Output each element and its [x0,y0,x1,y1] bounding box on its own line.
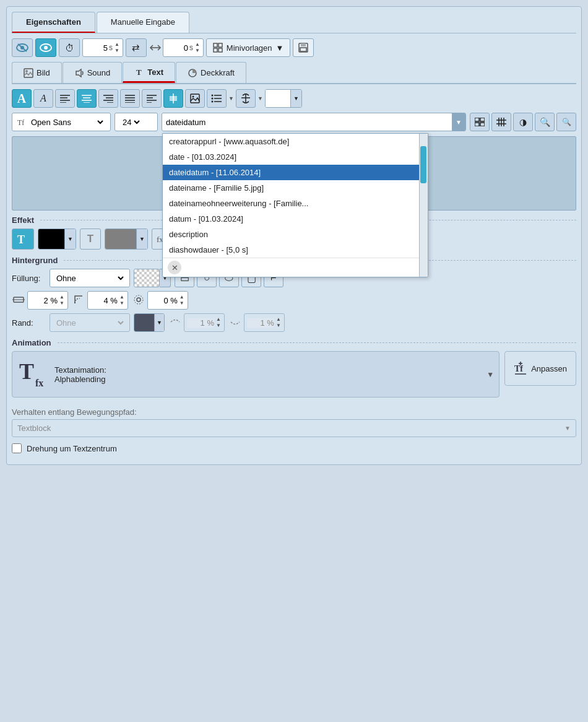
dd-item-creatorappurl[interactable]: creatorappurl - [www.aquasoft.de] [163,134,428,149]
save-btn[interactable] [293,38,314,57]
movement-arrow[interactable]: ▼ [564,425,571,432]
text-color-arrow[interactable]: ▼ [290,89,301,108]
drehung-checkbox[interactable] [12,443,22,453]
rand-color-btn[interactable]: ▼ [134,313,165,332]
size-selector[interactable]: 24 [115,113,158,131]
text-fx-btn[interactable]: T [12,228,34,250]
tab-eigenschaften[interactable]: Eigenschaften [12,12,95,33]
bold-btn[interactable]: A [12,89,32,108]
dd-item-dateiname[interactable]: dateiname - [Familie 5.jpg] [163,180,428,196]
arrows-icon [149,43,162,53]
dd-item-datum[interactable]: datum - [01.03.2024] [163,211,428,227]
text-color-swatch[interactable]: ▼ [265,89,302,108]
transition-icon-btn[interactable]: ⇄ [126,38,147,57]
align-center-btn[interactable] [77,89,97,108]
minivorlagen-btn[interactable]: Minivorlagen ▼ [206,38,291,57]
rand-input-1[interactable]: 1 % [187,318,214,328]
time2-down[interactable]: ▼ [194,48,201,54]
dd-scroll-thumb[interactable] [420,146,426,183]
tab-manuelle-eingabe[interactable]: Manuelle Eingabe [97,12,189,33]
font-selector[interactable]: Tf Open Sans [12,113,111,131]
variable-selector[interactable]: dateidatum ▼ creatorappurl - [www.aquaso… [162,113,466,131]
list-btn[interactable] [207,89,227,108]
n1-down[interactable]: ▼ [59,300,65,307]
svg-point-64 [134,295,143,304]
anim-box[interactable]: T fx Textanimation: Alphablending ▼ [12,351,499,398]
n1-up[interactable]: ▲ [59,294,65,300]
anim-row: T fx Textanimation: Alphablending ▼ Tf [12,351,576,402]
spacing-btn[interactable] [236,89,256,108]
num-input-3[interactable]: 0 % [150,296,178,305]
tab-deckkraft[interactable]: Deckkraft [176,62,246,83]
contrast-btn[interactable]: ◑ [513,113,533,131]
time2-input[interactable]: 0 [166,43,188,53]
spacing-arrow[interactable]: ▼ [257,95,263,102]
clock-icon-btn[interactable]: ⏱ [59,38,80,57]
time1-up[interactable]: ▲ [114,41,120,48]
sound-icon [74,68,84,78]
font-dropdown[interactable]: Open Sans [28,117,105,128]
rn2-down[interactable]: ▼ [275,323,282,329]
anpassen-btn[interactable]: Tf Anpassen [504,351,576,386]
variable-input[interactable]: dateidatum [162,118,452,127]
text-color-btn-arrow[interactable]: ▼ [64,228,76,250]
outline-color-btn-arrow[interactable]: ▼ [136,228,147,250]
variable-dropdown-arrow[interactable]: ▼ [452,113,465,131]
time1-input[interactable]: 5 [85,43,108,53]
fuellung-dropdown[interactable]: Ohne [54,273,126,284]
align-right-btn[interactable] [98,89,118,108]
outline-color-btn[interactable]: ▼ [105,228,148,250]
num-input-1[interactable]: 2 % [30,296,58,305]
rand-select[interactable]: Ohne [50,313,130,332]
checker-swatch[interactable] [134,269,160,287]
rn2-up[interactable]: ▲ [275,316,282,323]
save-icon [298,42,309,53]
n1-group: 2 % ▲▼ [12,291,68,310]
n2-down[interactable]: ▼ [119,300,125,307]
num-box-2: 4 % ▲▼ [87,291,128,310]
grid-btn1[interactable] [470,113,490,131]
anim-dropdown-arrow[interactable]: ▼ [486,370,494,379]
rand-n1-group: 1 % ▲▼ [168,313,225,332]
hide-btn[interactable] [12,38,33,57]
anim-textanimation-label: Textanimation: [54,365,480,375]
tab-sound[interactable]: Sound [63,62,123,83]
dd-item-dateidatum[interactable]: dateidatum - [11.06.2014] [163,165,428,180]
dd-item-diashowdauer[interactable]: diashowdauer - [5,0 s] [163,242,428,258]
n3-down[interactable]: ▼ [179,300,185,307]
movement-select-row[interactable]: Textblock ▼ [12,419,576,437]
rn1-down[interactable]: ▼ [215,323,222,329]
align-justify2-btn[interactable] [142,89,162,108]
dd-item-date[interactable]: date - [01.03.2024] [163,149,428,165]
text-color-btn[interactable]: ▼ [38,228,76,250]
n2-up[interactable]: ▲ [119,294,125,300]
n3-up[interactable]: ▲ [179,294,185,300]
zoom-out-btn[interactable]: 🔍 [556,113,576,131]
dd-item-description[interactable]: description [163,227,428,242]
rand-input-2[interactable]: 1 % [247,318,274,328]
center-v-btn[interactable] [163,89,183,108]
show-btn[interactable] [35,38,56,57]
dd-scrollbar[interactable] [419,134,428,277]
zoom-in-btn[interactable]: 🔍 [535,113,555,131]
time2-up[interactable]: ▲ [194,41,201,48]
drehung-label: Drehung um Textzentrum [27,444,117,453]
rand-color-arrow[interactable]: ▼ [154,313,164,332]
tab-bild[interactable]: Bild [12,62,62,83]
image-inline-btn[interactable] [185,89,205,108]
list-arrow[interactable]: ▼ [228,95,234,102]
size-dropdown[interactable]: 24 [120,117,142,128]
num-input-2[interactable]: 4 % [90,296,118,305]
align-left-btn[interactable] [55,89,75,108]
align-justify-btn[interactable] [120,89,140,108]
time1-down[interactable]: ▼ [114,48,120,54]
grid-btn2[interactable] [491,113,511,131]
dd-item-dateinameohneerweiterung[interactable]: dateinameohneerweiterung - [Familie... [163,196,428,211]
fuellung-select[interactable]: Ohne [50,269,130,287]
dd-close-btn[interactable]: ✕ [168,261,181,274]
italic-btn[interactable]: A [33,89,53,108]
outline-text-btn[interactable]: T [80,228,101,250]
tab-text[interactable]: T Text [123,62,175,83]
rn1-up[interactable]: ▲ [215,316,222,323]
rand-dropdown[interactable]: Ohne [54,318,126,328]
